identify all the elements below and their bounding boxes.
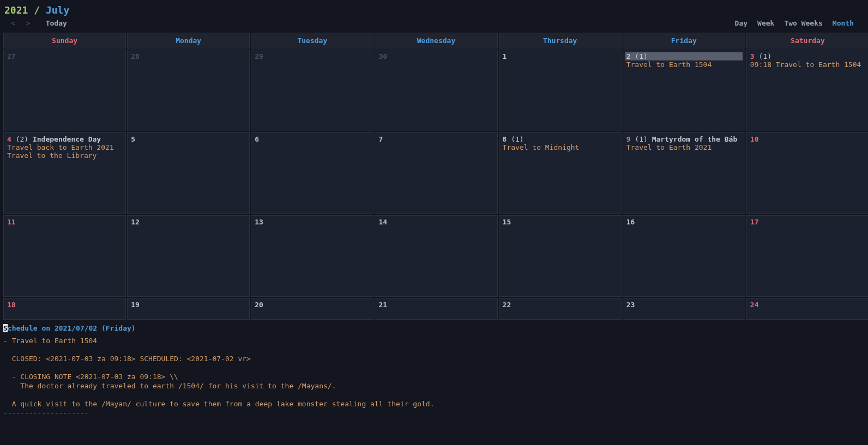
calendar-cell[interactable]: 5 (127, 132, 250, 214)
day-header: 14 (378, 218, 493, 226)
calendar-cell[interactable]: 15 (499, 215, 622, 297)
day-number: 20 (255, 301, 263, 309)
next-button[interactable]: > (26, 19, 31, 27)
calendar-cell[interactable]: 6 (251, 132, 373, 214)
calendar-cell[interactable]: 1 (499, 50, 622, 131)
day-number: 13 (255, 218, 263, 226)
day-header: 30 (378, 52, 493, 60)
calendar-cell[interactable]: 14 (375, 215, 497, 297)
calendar-cell[interactable]: 27 (3, 50, 126, 131)
day-header: 17 (750, 218, 865, 226)
day-header: 2 (1) (625, 52, 743, 60)
day-header: 29 (255, 52, 370, 60)
view-month[interactable]: Month (833, 19, 854, 27)
calendar-cell[interactable]: 19 (127, 298, 250, 320)
day-header: 6 (255, 135, 370, 143)
dow-row: Sunday Monday Tuesday Wednesday Thursday… (3, 33, 868, 48)
day-number: 2 (626, 52, 631, 60)
cursor-char: S (3, 324, 8, 332)
calendar-cell[interactable]: 23 (623, 298, 745, 320)
calendar-cell[interactable]: 17 (746, 215, 868, 297)
day-number: 1 (503, 52, 507, 60)
calendar-cell[interactable]: 28 (127, 50, 250, 131)
day-header: 4 (2) Independence Day (7, 135, 122, 143)
calendar-cell[interactable]: 7 (375, 132, 497, 214)
calendar-event[interactable]: Travel back to Earth 2021 (7, 143, 122, 151)
calendar-cell[interactable]: 2 (1)Travel to Earth 1504 (623, 50, 745, 131)
calendar-cell[interactable]: 11 (3, 215, 126, 297)
day-number: 15 (503, 218, 511, 226)
calendar-cell[interactable]: 13 (251, 215, 373, 297)
calendar-event[interactable]: Travel to Earth 1504 (626, 60, 742, 69)
day-number: 12 (131, 218, 140, 226)
day-number: 4 (7, 135, 11, 143)
day-header: 20 (255, 301, 370, 309)
day-number: 28 (131, 52, 140, 60)
day-number: 7 (378, 135, 383, 143)
calendar-cell[interactable]: 4 (2) Independence DayTravel back to Ear… (3, 132, 126, 214)
calendar-event[interactable]: Travel to the Library (7, 151, 122, 160)
day-count: (1) (507, 135, 523, 143)
day-header: 21 (378, 301, 493, 309)
day-number: 18 (7, 301, 16, 309)
dow-fri: Friday (623, 33, 745, 48)
day-header: 11 (7, 218, 122, 226)
day-number: 5 (131, 135, 135, 143)
day-number: 9 (626, 135, 631, 143)
calendar-cell[interactable]: 20 (251, 298, 373, 320)
day-header: 18 (7, 301, 122, 309)
day-number: 10 (750, 135, 759, 143)
calendar-grid: Sunday Monday Tuesday Wednesday Thursday… (2, 32, 868, 321)
dow-sat: Saturday (746, 33, 868, 48)
calendar-cell[interactable]: 29 (251, 50, 373, 131)
calendar-cell[interactable]: 3 (1)09:18 Travel to Earth 1504 (746, 50, 868, 131)
day-header: 27 (7, 52, 122, 60)
calendar-cell[interactable]: 24 (746, 298, 868, 320)
calendar-cell[interactable]: 16 (623, 215, 745, 297)
day-count: (2) (11, 135, 28, 143)
day-header: 13 (255, 218, 370, 226)
day-header: 3 (1) (750, 52, 865, 60)
day-count: (1) (755, 52, 771, 60)
day-number: 3 (750, 52, 755, 60)
view-two-weeks[interactable]: Two Weeks (784, 19, 822, 27)
day-number: 11 (7, 218, 16, 226)
day-header: 7 (378, 135, 493, 143)
calendar-cell[interactable]: 18 (3, 298, 126, 320)
calendar-row: 4 (2) Independence DayTravel back to Ear… (3, 132, 868, 214)
day-header: 19 (131, 301, 246, 309)
day-number: 23 (626, 301, 635, 309)
day-number: 21 (378, 301, 387, 309)
calendar-cell[interactable]: 21 (375, 298, 497, 320)
calendar-cell[interactable]: 22 (499, 298, 622, 320)
dow-mon: Monday (127, 33, 250, 48)
day-header: 12 (131, 218, 246, 226)
calendar-cell[interactable]: 12 (127, 215, 250, 297)
day-header: 24 (750, 301, 865, 309)
day-header: 28 (131, 52, 246, 60)
day-number: 24 (750, 301, 759, 309)
calendar-row: 2728293012 (1)Travel to Earth 15043 (1)0… (3, 50, 868, 131)
calendar-event[interactable]: 09:18 Travel to Earth 1504 (750, 60, 865, 69)
calendar-cell[interactable]: 10 (746, 132, 868, 214)
view-day[interactable]: Day (735, 19, 748, 27)
day-header: 10 (750, 135, 865, 143)
calendar-event[interactable]: Travel to Midnight (503, 143, 618, 151)
view-switcher: Day Week Two Weeks Month (735, 19, 864, 27)
calendar-event[interactable]: Travel to Earth 2021 (626, 143, 742, 151)
day-number: 22 (503, 301, 511, 309)
dow-tue: Tuesday (251, 33, 373, 48)
day-header: 22 (503, 301, 618, 309)
schedule-title-rest: chedule on 2021/07/02 (Friday) (8, 324, 136, 332)
calendar-cell[interactable]: 30 (375, 50, 497, 131)
day-header: 16 (626, 218, 742, 226)
day-count: (1) (631, 135, 648, 143)
schedule-pane: Schedule on 2021/07/02 (Friday) - Travel… (0, 321, 868, 418)
day-header: 8 (1) (503, 135, 618, 143)
day-number: 29 (255, 52, 263, 60)
calendar-cell[interactable]: 8 (1)Travel to Midnight (499, 132, 622, 214)
prev-button[interactable]: < (11, 19, 15, 27)
calendar-cell[interactable]: 9 (1) Martyrdom of the BábTravel to Eart… (623, 132, 745, 214)
view-week[interactable]: Week (757, 19, 774, 27)
today-button[interactable]: Today (46, 19, 67, 27)
